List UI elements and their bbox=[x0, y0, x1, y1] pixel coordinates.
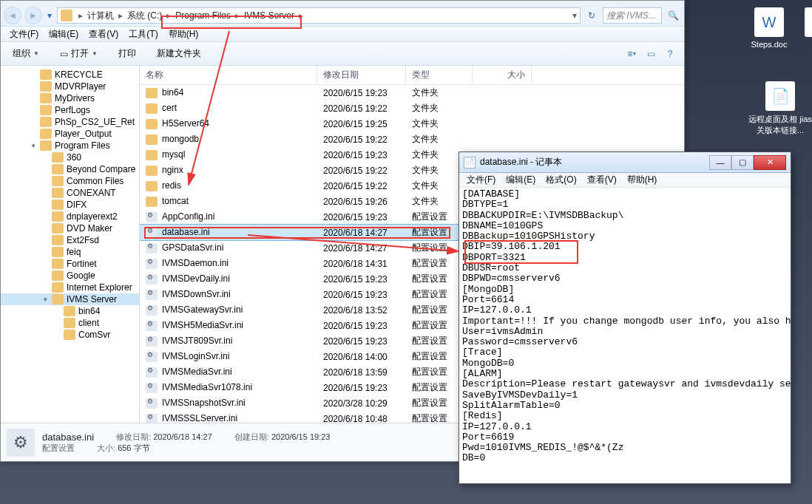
view-options-icon[interactable]: ≡▾ bbox=[623, 46, 640, 62]
breadcrumb-caret[interactable]: ▸ bbox=[232, 10, 243, 21]
np-menu-file[interactable]: 文件(F) bbox=[462, 172, 500, 188]
notepad-content[interactable]: [DATABASE] DBTYPE=1 DBBACKUPDIR=E:\IVMSD… bbox=[459, 188, 791, 483]
breadcrumb[interactable]: ▸ 计算机 ▸ 系统 (C:) ▸ Program Files ▸ IVMS S… bbox=[57, 7, 581, 24]
column-date[interactable]: 修改日期 bbox=[317, 66, 406, 84]
desktop-icon-wi[interactable]: 📄 Wi bbox=[797, 7, 812, 49]
np-menu-format[interactable]: 格式(O) bbox=[541, 172, 581, 188]
expand-icon[interactable] bbox=[42, 214, 49, 220]
desktop-icon-remote[interactable]: 📄 远程桌面及相 jias 关版本链接... bbox=[747, 81, 812, 136]
menu-edit[interactable]: 编辑(E) bbox=[44, 27, 83, 42]
expand-icon[interactable] bbox=[42, 190, 49, 197]
notepad-title-bar[interactable]: 📄 database.ini - 记事本 — ▢ ✕ bbox=[459, 152, 791, 173]
expand-icon[interactable] bbox=[30, 72, 37, 78]
column-type[interactable]: 类型 bbox=[406, 66, 473, 84]
sidebar-item[interactable]: DVD Maker bbox=[1, 222, 139, 234]
menu-tools[interactable]: 工具(T) bbox=[124, 27, 162, 42]
breadcrumb-ivms-server[interactable]: IVMS Server bbox=[243, 10, 296, 21]
expand-icon[interactable] bbox=[42, 225, 49, 232]
sidebar-item[interactable]: MDVRPlayer bbox=[1, 81, 139, 92]
expand-icon[interactable] bbox=[54, 320, 61, 327]
file-name: IVMSSSLServer.ini bbox=[162, 413, 237, 423]
expand-icon[interactable] bbox=[54, 308, 61, 315]
expand-icon[interactable] bbox=[42, 237, 49, 244]
refresh-button[interactable]: ↻ bbox=[583, 7, 600, 24]
expand-icon[interactable] bbox=[42, 178, 49, 185]
sidebar-item[interactable]: Ext2Fsd bbox=[1, 234, 139, 246]
np-menu-help[interactable]: 帮助(H) bbox=[623, 172, 662, 188]
breadcrumb-caret[interactable]: ▸ bbox=[163, 10, 174, 21]
column-headers[interactable]: 名称 修改日期 类型 大小 bbox=[140, 66, 684, 85]
expand-icon[interactable] bbox=[54, 332, 61, 338]
nav-history-dropdown[interactable]: ▾ bbox=[45, 7, 54, 24]
sidebar-item[interactable]: Player_Output bbox=[1, 128, 139, 140]
close-button[interactable]: ✕ bbox=[754, 155, 786, 170]
breadcrumb-caret[interactable]: ▸ bbox=[115, 10, 126, 21]
sidebar-item[interactable]: CONEXANT bbox=[1, 187, 139, 199]
breadcrumb-computer[interactable]: 计算机 bbox=[86, 10, 115, 22]
expand-icon[interactable]: ▾ bbox=[42, 296, 49, 303]
organize-button[interactable]: 组织▼ bbox=[7, 44, 45, 63]
file-row[interactable]: cert2020/6/15 19:22文件夹 bbox=[140, 101, 684, 116]
search-input[interactable]: 搜索 IVMS... bbox=[603, 7, 662, 24]
sidebar-item[interactable]: Beyond Compare bbox=[1, 163, 139, 175]
expand-icon[interactable] bbox=[42, 285, 49, 291]
sidebar-item[interactable]: Internet Explorer bbox=[1, 282, 139, 293]
expand-icon[interactable] bbox=[42, 202, 49, 208]
expand-icon[interactable] bbox=[30, 131, 37, 137]
expand-icon[interactable] bbox=[42, 249, 49, 256]
breadcrumb-program-files[interactable]: Program Files bbox=[174, 10, 232, 21]
file-row[interactable]: bin642020/6/15 19:23文件夹 bbox=[140, 85, 684, 101]
sidebar-item[interactable]: DIFX bbox=[1, 199, 139, 211]
expand-icon[interactable] bbox=[30, 107, 37, 114]
menu-file[interactable]: 文件(F) bbox=[5, 27, 43, 42]
file-row[interactable]: mongodb2020/6/15 19:22文件夹 bbox=[140, 132, 684, 147]
desktop-icon-steps[interactable]: W Steps.doc bbox=[747, 7, 791, 49]
sidebar-item[interactable]: 360 bbox=[1, 151, 139, 163]
sidebar-item[interactable]: MyDrivers bbox=[1, 92, 139, 104]
nav-back-button[interactable]: ◄ bbox=[4, 7, 21, 24]
expand-icon[interactable] bbox=[42, 261, 49, 268]
new-folder-button[interactable]: 新建文件夹 bbox=[151, 44, 207, 63]
expand-icon[interactable] bbox=[42, 166, 49, 173]
np-menu-edit[interactable]: 编辑(E) bbox=[501, 172, 540, 188]
breadcrumb-drive-c[interactable]: 系统 (C:) bbox=[126, 10, 163, 22]
sidebar-item[interactable]: dnplayerext2 bbox=[1, 211, 139, 222]
help-icon[interactable]: ? bbox=[662, 46, 678, 62]
sidebar-item[interactable]: ComSvr bbox=[1, 329, 139, 341]
breadcrumb-caret[interactable]: ▸ bbox=[296, 10, 306, 21]
sidebar-item[interactable]: PerfLogs bbox=[1, 104, 139, 116]
sidebar-item[interactable]: bin64 bbox=[1, 305, 139, 317]
file-row[interactable]: H5Server642020/6/15 19:25文件夹 bbox=[140, 116, 684, 132]
sidebar-item[interactable]: Google bbox=[1, 270, 139, 282]
expand-icon[interactable] bbox=[42, 273, 49, 279]
preview-pane-icon[interactable]: ▭ bbox=[643, 46, 659, 62]
minimize-button[interactable]: — bbox=[709, 155, 731, 170]
sidebar-item[interactable]: ▾IVMS Server bbox=[1, 293, 139, 305]
maximize-button[interactable]: ▢ bbox=[731, 155, 754, 170]
sidebar-tree[interactable]: KRECYCLEMDVRPlayerMyDriversPerfLogsPhSp_… bbox=[1, 66, 140, 423]
np-menu-view[interactable]: 查看(V) bbox=[583, 172, 621, 188]
breadcrumb-caret[interactable]: ▸ bbox=[75, 10, 86, 21]
sidebar-item[interactable]: PhSp_CS2_UE_Ret bbox=[1, 116, 139, 128]
expand-icon[interactable] bbox=[30, 95, 37, 102]
sidebar-item[interactable]: client bbox=[1, 317, 139, 329]
print-button[interactable]: 打印 bbox=[112, 44, 142, 63]
expand-icon[interactable] bbox=[30, 84, 37, 90]
sidebar-item[interactable]: feiq bbox=[1, 246, 139, 258]
nav-forward-button[interactable]: ► bbox=[24, 7, 42, 24]
menu-view[interactable]: 查看(V) bbox=[84, 27, 123, 42]
open-button[interactable]: ▭打开▼ bbox=[54, 44, 104, 63]
sidebar-item[interactable]: ▾Program Files bbox=[1, 140, 139, 151]
column-name[interactable]: 名称 bbox=[140, 66, 317, 84]
column-size[interactable]: 大小 bbox=[473, 66, 532, 84]
search-icon[interactable]: 🔍 bbox=[665, 7, 681, 24]
breadcrumb-dropdown[interactable]: ▾ bbox=[569, 10, 580, 21]
sidebar-item-label: bin64 bbox=[78, 306, 100, 316]
expand-icon[interactable] bbox=[42, 154, 49, 161]
menu-help[interactable]: 帮助(H) bbox=[164, 27, 203, 42]
expand-icon[interactable]: ▾ bbox=[30, 143, 37, 149]
expand-icon[interactable] bbox=[30, 119, 37, 126]
sidebar-item[interactable]: Fortinet bbox=[1, 258, 139, 270]
sidebar-item[interactable]: KRECYCLE bbox=[1, 69, 139, 81]
sidebar-item[interactable]: Common Files bbox=[1, 175, 139, 187]
